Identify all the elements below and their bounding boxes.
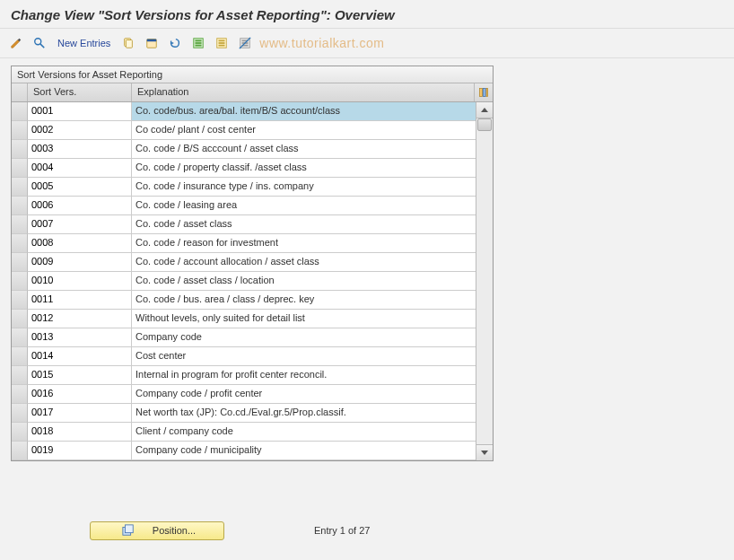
explanation-cell[interactable]: Cost center	[132, 347, 476, 366]
sort-version-input[interactable]	[31, 444, 127, 455]
table-row[interactable]: Company code / municipality	[12, 442, 476, 460]
sort-version-cell[interactable]	[28, 404, 132, 423]
table-row[interactable]: Co. code / insurance type / ins. company	[12, 178, 476, 197]
sort-version-input[interactable]	[31, 369, 127, 380]
row-selector[interactable]	[12, 442, 28, 460]
details-button[interactable]	[29, 33, 50, 53]
sort-version-cell[interactable]	[28, 197, 132, 215]
sort-version-cell[interactable]	[28, 328, 132, 347]
sort-version-input[interactable]	[31, 293, 127, 304]
table-row[interactable]: Co. code/bus. area/bal. item/B/S account…	[12, 102, 476, 121]
scroll-track[interactable]	[476, 118, 493, 444]
explanation-cell[interactable]: Co. code / insurance type / ins. company	[132, 178, 476, 197]
undo-change-button[interactable]	[164, 33, 186, 53]
sort-version-input[interactable]	[31, 180, 127, 191]
scroll-down-button[interactable]	[476, 444, 493, 460]
sort-version-input[interactable]	[31, 199, 127, 210]
sort-version-input[interactable]	[31, 143, 127, 153]
table-row[interactable]: Co. code / leasing area	[12, 197, 476, 215]
sort-version-cell[interactable]	[28, 310, 132, 328]
row-selector[interactable]	[12, 178, 28, 197]
sort-version-input[interactable]	[31, 162, 127, 172]
sort-version-input[interactable]	[31, 312, 127, 323]
explanation-cell[interactable]: Co. code / reason for investment	[132, 234, 476, 253]
row-selector[interactable]	[12, 197, 28, 215]
explanation-cell[interactable]: Co. code / property classif. /asset clas…	[132, 159, 476, 178]
table-row[interactable]: Client / company code	[12, 423, 476, 442]
row-selector[interactable]	[12, 215, 28, 234]
explanation-cell[interactable]: Company code	[132, 328, 476, 347]
row-selector[interactable]	[12, 385, 28, 404]
row-selector[interactable]	[12, 423, 28, 442]
sort-version-input[interactable]	[31, 407, 127, 417]
table-row[interactable]: Internal in program for profit center re…	[12, 366, 476, 385]
row-selector[interactable]	[12, 310, 28, 328]
table-row[interactable]: Co. code / reason for investment	[12, 234, 476, 253]
scroll-thumb[interactable]	[477, 118, 492, 131]
sort-version-input[interactable]	[31, 275, 127, 285]
row-selector[interactable]	[12, 140, 28, 159]
table-row[interactable]: Co. code / bus. area / class / deprec. k…	[12, 291, 476, 310]
table-row[interactable]: Co. code / property classif. /asset clas…	[12, 159, 476, 178]
sort-version-cell[interactable]	[28, 366, 132, 385]
sort-version-input[interactable]	[31, 425, 127, 436]
explanation-cell[interactable]: Co. code / account allocation / asset cl…	[132, 253, 476, 272]
new-entries-button[interactable]: New Entries	[52, 36, 116, 50]
sort-version-cell[interactable]	[28, 442, 132, 460]
sort-version-input[interactable]	[31, 124, 127, 135]
deselect-all-button[interactable]	[234, 33, 256, 53]
explanation-cell[interactable]: Co. code/bus. area/bal. item/B/S account…	[132, 102, 476, 121]
sort-version-input[interactable]	[31, 105, 127, 116]
delete-button[interactable]	[141, 33, 162, 53]
row-selector[interactable]	[12, 404, 28, 423]
explanation-cell[interactable]: Internal in program for profit center re…	[132, 366, 476, 385]
copy-as-button[interactable]	[118, 33, 139, 53]
sort-version-cell[interactable]	[28, 253, 132, 272]
sort-version-cell[interactable]	[28, 423, 132, 442]
row-selector[interactable]	[12, 159, 28, 178]
explanation-cell[interactable]: Co. code / B/S acccount / asset class	[132, 140, 476, 159]
scroll-up-button[interactable]	[476, 102, 493, 118]
table-row[interactable]: Co. code / asset class	[12, 215, 476, 234]
row-selector[interactable]	[12, 253, 28, 272]
vertical-scrollbar[interactable]	[476, 102, 493, 460]
explanation-cell[interactable]: Co. code / asset class / location	[132, 272, 476, 291]
sort-version-cell[interactable]	[28, 121, 132, 140]
row-selector[interactable]	[12, 102, 28, 121]
table-row[interactable]: Co. code / account allocation / asset cl…	[12, 253, 476, 272]
sort-version-input[interactable]	[31, 237, 127, 248]
explanation-cell[interactable]: Co. code / asset class	[132, 215, 476, 234]
table-row[interactable]: Co. code / asset class / location	[12, 272, 476, 291]
sort-version-input[interactable]	[31, 350, 127, 361]
sort-version-input[interactable]	[31, 331, 127, 342]
table-row[interactable]: Co. code / B/S acccount / asset class	[12, 140, 476, 159]
position-button[interactable]: Position...	[90, 521, 224, 540]
header-explanation[interactable]: Explanation	[132, 83, 475, 101]
sort-version-cell[interactable]	[28, 234, 132, 253]
row-selector[interactable]	[12, 328, 28, 347]
sort-version-cell[interactable]	[28, 215, 132, 234]
toggle-display-change-button[interactable]	[5, 33, 27, 53]
sort-version-cell[interactable]	[28, 178, 132, 197]
table-row[interactable]: Without levels, only suited for detail l…	[12, 310, 476, 328]
explanation-cell[interactable]: Co. code / leasing area	[132, 197, 476, 215]
sort-version-cell[interactable]	[28, 347, 132, 366]
table-row[interactable]: Co code/ plant / cost center	[12, 121, 476, 140]
explanation-cell[interactable]: Net worth tax (JP): Co.cd./Eval.gr.5/Pro…	[132, 404, 476, 423]
table-row[interactable]: Cost center	[12, 347, 476, 366]
sort-version-input[interactable]	[31, 256, 127, 267]
table-row[interactable]: Company code / profit center	[12, 385, 476, 404]
explanation-cell[interactable]: Client / company code	[132, 423, 476, 442]
sort-version-input[interactable]	[31, 218, 127, 229]
explanation-cell[interactable]: Company code / municipality	[132, 442, 476, 460]
row-selector[interactable]	[12, 347, 28, 366]
configure-columns-button[interactable]	[475, 83, 493, 101]
sort-version-cell[interactable]	[28, 159, 132, 178]
row-selector[interactable]	[12, 234, 28, 253]
row-selector[interactable]	[12, 121, 28, 140]
sort-version-input[interactable]	[31, 388, 127, 398]
table-row[interactable]: Company code	[12, 328, 476, 347]
select-all-button[interactable]	[188, 33, 209, 53]
sort-version-cell[interactable]	[28, 385, 132, 404]
row-selector[interactable]	[12, 272, 28, 291]
